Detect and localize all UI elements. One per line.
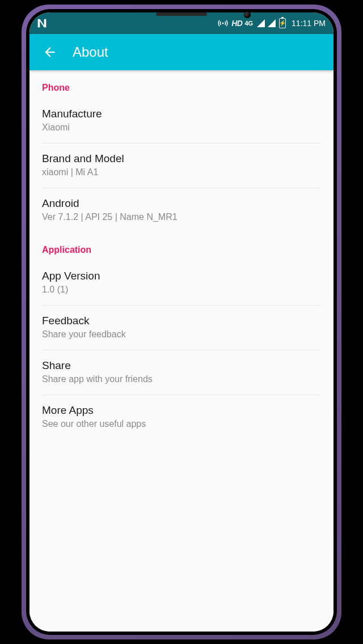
- item-sub: Xiaomi: [42, 122, 321, 133]
- item-brand-model[interactable]: Brand and Model xiaomi | Mi A1: [42, 143, 321, 188]
- back-button[interactable]: [37, 40, 62, 65]
- item-share[interactable]: Share Share app with your friends: [42, 350, 321, 395]
- svg-point-0: [222, 23, 224, 24]
- android-n-icon: [34, 15, 50, 31]
- item-sub: Ver 7.1.2 | API 25 | Name N_MR1: [42, 212, 321, 222]
- network-type: 4G: [244, 20, 253, 27]
- item-sub: 1.0 (1): [42, 285, 321, 295]
- item-title: More Apps: [42, 404, 321, 417]
- signal-icons: [256, 19, 276, 27]
- section-header-phone: Phone: [29, 70, 334, 99]
- phone-bezel: HD 4G ⚡ 11:11 PM About Phone: [26, 9, 337, 635]
- screen: HD 4G ⚡ 11:11 PM About Phone: [29, 12, 334, 632]
- item-app-version[interactable]: App Version 1.0 (1): [42, 261, 321, 306]
- signal-icon: [257, 19, 265, 27]
- phone-speaker: [156, 12, 207, 16]
- page-title: About: [73, 44, 108, 60]
- battery-icon: ⚡: [279, 18, 286, 28]
- hotspot-icon: [218, 18, 228, 28]
- section-header-application: Application: [29, 232, 334, 261]
- phone-camera: [244, 11, 251, 18]
- clock: 11:11 PM: [292, 19, 326, 28]
- item-more-apps[interactable]: More Apps See our other useful apps: [29, 395, 334, 439]
- item-sub: xiaomi | Mi A1: [42, 167, 321, 177]
- item-title: Manufacture: [42, 108, 321, 120]
- hd-indicator: HD: [231, 19, 242, 28]
- item-manufacture[interactable]: Manufacture Xiaomi: [42, 99, 321, 143]
- signal-icon: [268, 19, 276, 27]
- item-title: Feedback: [42, 315, 321, 327]
- item-title: Android: [42, 197, 321, 210]
- item-sub: See our other useful apps: [42, 419, 321, 429]
- arrow-back-icon: [43, 45, 57, 60]
- content-scroll[interactable]: Phone Manufacture Xiaomi Brand and Model…: [29, 70, 334, 632]
- item-sub: Share app with your friends: [42, 374, 321, 384]
- item-android[interactable]: Android Ver 7.1.2 | API 25 | Name N_MR1: [29, 188, 334, 232]
- item-feedback[interactable]: Feedback Share your feedback: [42, 306, 321, 350]
- phone-frame: HD 4G ⚡ 11:11 PM About Phone: [22, 5, 341, 639]
- item-title: App Version: [42, 270, 321, 282]
- item-sub: Share your feedback: [42, 329, 321, 340]
- app-bar: About: [29, 34, 334, 70]
- item-title: Brand and Model: [42, 152, 321, 165]
- item-title: Share: [42, 359, 321, 372]
